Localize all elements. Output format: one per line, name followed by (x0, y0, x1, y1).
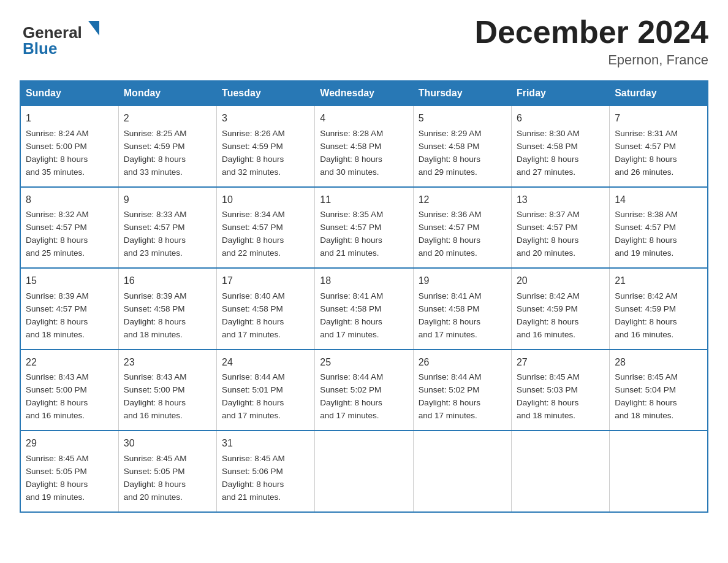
day-number: 21 (615, 274, 702, 289)
calendar-cell: 20Sunrise: 8:42 AMSunset: 4:59 PMDayligh… (511, 268, 609, 349)
day-number: 19 (419, 274, 506, 289)
day-number: 17 (222, 274, 309, 289)
day-number: 20 (517, 274, 604, 289)
calendar-cell (413, 431, 511, 511)
day-number: 9 (124, 193, 211, 208)
calendar-cell: 11Sunrise: 8:35 AMSunset: 4:57 PMDayligh… (315, 187, 413, 268)
calendar-cell: 29Sunrise: 8:45 AMSunset: 5:05 PMDayligh… (20, 431, 118, 511)
svg-text:Blue: Blue (23, 39, 57, 58)
calendar-cell: 5Sunrise: 8:29 AMSunset: 4:58 PMDaylight… (413, 105, 511, 186)
calendar-header-row: Sunday Monday Tuesday Wednesday Thursday… (20, 81, 708, 105)
logo-svg: General Blue (20, 15, 99, 58)
day-number: 4 (320, 111, 408, 126)
header-thursday: Thursday (413, 81, 511, 105)
calendar-cell: 16Sunrise: 8:39 AMSunset: 4:58 PMDayligh… (118, 268, 216, 349)
header-sunday: Sunday (20, 81, 118, 105)
day-number: 27 (517, 355, 604, 370)
title-block: December 2024 Epernon, France (474, 15, 708, 68)
calendar-cell: 9Sunrise: 8:33 AMSunset: 4:57 PMDaylight… (118, 187, 216, 268)
calendar-cell (511, 431, 609, 511)
calendar-cell: 23Sunrise: 8:43 AMSunset: 5:00 PMDayligh… (118, 350, 216, 431)
header-saturday: Saturday (610, 81, 708, 105)
svg-marker-1 (88, 21, 99, 36)
day-number: 29 (26, 436, 113, 451)
calendar-cell: 6Sunrise: 8:30 AMSunset: 4:58 PMDaylight… (511, 105, 609, 186)
calendar-cell: 27Sunrise: 8:45 AMSunset: 5:03 PMDayligh… (511, 350, 609, 431)
day-number: 15 (26, 274, 113, 289)
calendar-cell: 2Sunrise: 8:25 AMSunset: 4:59 PMDaylight… (118, 105, 216, 186)
day-number: 5 (419, 111, 506, 126)
calendar-cell: 1Sunrise: 8:24 AMSunset: 5:00 PMDaylight… (20, 105, 118, 186)
page-header: General Blue December 2024 Epernon, Fran… (20, 15, 708, 68)
calendar-cell: 10Sunrise: 8:34 AMSunset: 4:57 PMDayligh… (217, 187, 315, 268)
day-number: 6 (517, 111, 604, 126)
day-number: 28 (615, 355, 702, 370)
calendar-cell: 18Sunrise: 8:41 AMSunset: 4:58 PMDayligh… (315, 268, 413, 349)
day-number: 30 (124, 436, 211, 451)
header-tuesday: Tuesday (217, 81, 315, 105)
calendar-cell: 26Sunrise: 8:44 AMSunset: 5:02 PMDayligh… (413, 350, 511, 431)
day-number: 26 (419, 355, 506, 370)
calendar-cell: 25Sunrise: 8:44 AMSunset: 5:02 PMDayligh… (315, 350, 413, 431)
calendar-cell (610, 431, 708, 511)
calendar-cell: 28Sunrise: 8:45 AMSunset: 5:04 PMDayligh… (610, 350, 708, 431)
calendar-week-row: 15Sunrise: 8:39 AMSunset: 4:57 PMDayligh… (20, 268, 708, 349)
header-wednesday: Wednesday (315, 81, 413, 105)
calendar-cell: 22Sunrise: 8:43 AMSunset: 5:00 PMDayligh… (20, 350, 118, 431)
day-number: 14 (615, 193, 702, 208)
header-monday: Monday (118, 81, 216, 105)
calendar-subtitle: Epernon, France (474, 52, 708, 68)
day-number: 11 (320, 193, 408, 208)
calendar-table: Sunday Monday Tuesday Wednesday Thursday… (20, 80, 708, 512)
calendar-cell: 13Sunrise: 8:37 AMSunset: 4:57 PMDayligh… (511, 187, 609, 268)
calendar-cell: 15Sunrise: 8:39 AMSunset: 4:57 PMDayligh… (20, 268, 118, 349)
day-number: 2 (124, 111, 211, 126)
calendar-cell: 12Sunrise: 8:36 AMSunset: 4:57 PMDayligh… (413, 187, 511, 268)
day-number: 1 (26, 111, 113, 126)
day-number: 10 (222, 193, 309, 208)
day-number: 23 (124, 355, 211, 370)
calendar-cell: 30Sunrise: 8:45 AMSunset: 5:05 PMDayligh… (118, 431, 216, 511)
calendar-cell: 24Sunrise: 8:44 AMSunset: 5:01 PMDayligh… (217, 350, 315, 431)
calendar-cell (315, 431, 413, 511)
day-number: 8 (26, 193, 113, 208)
day-number: 16 (124, 274, 211, 289)
day-number: 12 (419, 193, 506, 208)
calendar-cell: 4Sunrise: 8:28 AMSunset: 4:58 PMDaylight… (315, 105, 413, 186)
day-number: 13 (517, 193, 604, 208)
calendar-title: December 2024 (474, 15, 708, 50)
logo: General Blue (20, 15, 99, 58)
day-number: 3 (222, 111, 309, 126)
calendar-cell: 21Sunrise: 8:42 AMSunset: 4:59 PMDayligh… (610, 268, 708, 349)
calendar-week-row: 29Sunrise: 8:45 AMSunset: 5:05 PMDayligh… (20, 431, 708, 511)
calendar-cell: 31Sunrise: 8:45 AMSunset: 5:06 PMDayligh… (217, 431, 315, 511)
day-number: 22 (26, 355, 113, 370)
day-number: 25 (320, 355, 408, 370)
calendar-week-row: 8Sunrise: 8:32 AMSunset: 4:57 PMDaylight… (20, 187, 708, 268)
calendar-cell: 19Sunrise: 8:41 AMSunset: 4:58 PMDayligh… (413, 268, 511, 349)
calendar-cell: 14Sunrise: 8:38 AMSunset: 4:57 PMDayligh… (610, 187, 708, 268)
calendar-week-row: 22Sunrise: 8:43 AMSunset: 5:00 PMDayligh… (20, 350, 708, 431)
day-number: 7 (615, 111, 702, 126)
day-number: 31 (222, 436, 309, 451)
header-friday: Friday (511, 81, 609, 105)
day-number: 18 (320, 274, 408, 289)
day-number: 24 (222, 355, 309, 370)
calendar-cell: 8Sunrise: 8:32 AMSunset: 4:57 PMDaylight… (20, 187, 118, 268)
calendar-cell: 7Sunrise: 8:31 AMSunset: 4:57 PMDaylight… (610, 105, 708, 186)
calendar-cell: 3Sunrise: 8:26 AMSunset: 4:59 PMDaylight… (217, 105, 315, 186)
calendar-cell: 17Sunrise: 8:40 AMSunset: 4:58 PMDayligh… (217, 268, 315, 349)
calendar-week-row: 1Sunrise: 8:24 AMSunset: 5:00 PMDaylight… (20, 105, 708, 186)
